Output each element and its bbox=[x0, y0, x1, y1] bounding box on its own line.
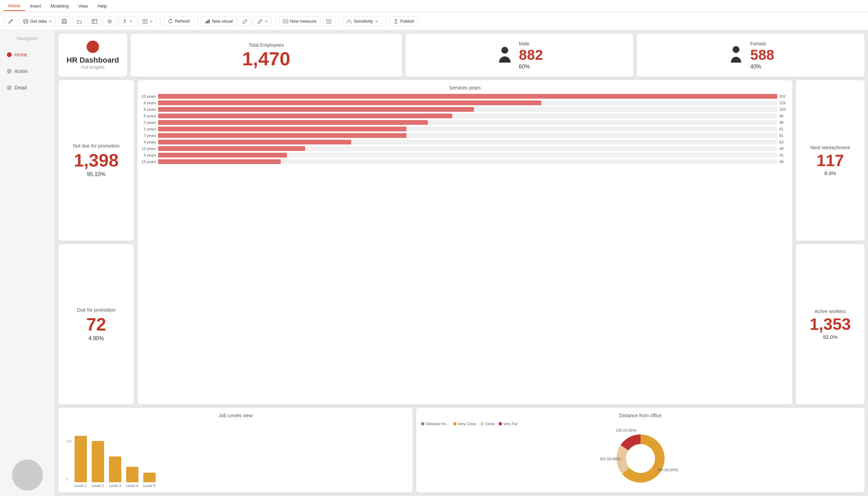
female-value: 588 bbox=[750, 48, 774, 62]
table-icon bbox=[92, 19, 97, 24]
bot-row: Job Levels view 0 500 Level 1 Level 2 Le… bbox=[58, 408, 865, 493]
female-label: Female bbox=[750, 41, 774, 46]
publish-button[interactable]: Publish bbox=[389, 17, 418, 26]
brand-dot bbox=[87, 41, 99, 53]
due-label: Due for promotion bbox=[77, 307, 115, 313]
donut-label: 301 (20.48%) bbox=[600, 457, 621, 461]
menu-help[interactable]: Help bbox=[93, 1, 112, 11]
main-layout: Navigation Home Action Detail HR Dashboa… bbox=[0, 30, 868, 496]
bar-fill bbox=[158, 127, 407, 131]
legend-dot bbox=[480, 422, 484, 425]
col-bar: Level 2 bbox=[92, 441, 104, 488]
sidebar-item-home[interactable]: Home bbox=[3, 49, 52, 60]
save-button[interactable] bbox=[58, 17, 71, 26]
menu-insert[interactable]: Insert bbox=[25, 1, 46, 11]
get-data-button[interactable]: Get data bbox=[19, 17, 56, 26]
open-button[interactable] bbox=[73, 17, 86, 26]
refresh-button[interactable]: Refresh bbox=[164, 17, 194, 26]
sensitivity-icon bbox=[346, 19, 352, 24]
total-employees-card: Total Employees 1,470 bbox=[131, 34, 402, 77]
bar-row: 12 years 48 bbox=[141, 146, 789, 151]
bar-row: 5 years 88 bbox=[141, 120, 789, 125]
menu-home[interactable]: Home bbox=[3, 1, 25, 11]
col-bar-label: Level 5 bbox=[143, 484, 155, 488]
col-bar-label: Level 4 bbox=[126, 484, 138, 488]
retreachment-label: Next retreachment bbox=[810, 145, 850, 150]
filter-button[interactable] bbox=[103, 17, 116, 26]
bar-row: 8 years 103 bbox=[141, 107, 789, 112]
toolbar: Get data bbox=[0, 12, 868, 30]
export-button[interactable] bbox=[118, 17, 136, 26]
chevron-down-icon5 bbox=[375, 20, 378, 23]
legend-dot bbox=[499, 422, 502, 425]
separator1 bbox=[160, 17, 160, 26]
bar-row: 7 years 81 bbox=[141, 133, 789, 138]
separator3 bbox=[275, 17, 276, 26]
new-measure-label: New measure bbox=[290, 19, 316, 24]
menu-view[interactable]: View bbox=[74, 1, 93, 11]
col-bar: Level 1 bbox=[75, 436, 87, 488]
bar-value: 42 bbox=[779, 153, 789, 157]
not-due-pct: 95.10% bbox=[87, 171, 105, 177]
edit-button[interactable] bbox=[238, 17, 252, 26]
bar-label: 6 years bbox=[141, 101, 156, 105]
legend-dot bbox=[453, 422, 457, 425]
not-due-label: Not due for promotion bbox=[73, 143, 119, 149]
sensitivity-button[interactable]: Sensitivity bbox=[343, 17, 382, 26]
nav-dot-detail bbox=[7, 85, 12, 90]
sidebar-title: Navigation bbox=[17, 36, 38, 41]
menu-bar: Home Insert Modeling View Help bbox=[0, 0, 868, 12]
bar-fill bbox=[158, 153, 287, 158]
svg-point-7 bbox=[108, 20, 111, 23]
table-button[interactable] bbox=[88, 17, 101, 26]
col-bar-fill bbox=[126, 467, 138, 482]
bar-value: 125 bbox=[779, 101, 789, 105]
services-bar-list: 10 years 202 6 years 125 8 years 103 9 y… bbox=[141, 94, 789, 164]
pencil-icon bbox=[257, 19, 263, 24]
database-icon bbox=[23, 19, 29, 24]
male-stats: Male 882 60% bbox=[519, 41, 543, 70]
distance-title: Distance from office bbox=[421, 413, 860, 418]
active-workers-card: Active workers 1,353 92.0% bbox=[796, 244, 865, 405]
total-employees-value: 1,470 bbox=[242, 49, 290, 68]
bar-track bbox=[158, 153, 777, 158]
bar-label: 7 years bbox=[141, 133, 156, 138]
male-value: 882 bbox=[519, 48, 543, 62]
bar-track bbox=[158, 114, 777, 118]
y-axis: 0 500 bbox=[66, 440, 72, 488]
col-bar-label: Level 1 bbox=[75, 484, 87, 488]
bar-track bbox=[158, 146, 777, 151]
paint-button[interactable] bbox=[4, 17, 17, 26]
bar-label: 3 years bbox=[141, 153, 156, 157]
refresh-label: Refresh bbox=[175, 19, 190, 24]
legend-item: Very Closs bbox=[453, 422, 476, 426]
bar-fill bbox=[158, 94, 777, 99]
nav-label-home: Home bbox=[14, 52, 27, 57]
sidebar-item-action[interactable]: Action bbox=[3, 66, 52, 77]
legend-label: Distance fro... bbox=[426, 422, 449, 426]
bar-label: 4 years bbox=[141, 140, 156, 144]
sidebar-item-detail[interactable]: Detail bbox=[3, 82, 52, 93]
male-pct: 60% bbox=[519, 64, 543, 70]
bar-label: 9 years bbox=[141, 114, 156, 118]
bar-label: 12 years bbox=[141, 147, 156, 151]
active-workers-value: 1,353 bbox=[810, 316, 851, 333]
svg-rect-15 bbox=[209, 19, 210, 23]
calc-icon bbox=[326, 19, 332, 24]
new-measure-button[interactable]: New measure bbox=[279, 17, 320, 26]
bar-fill bbox=[158, 140, 351, 144]
bar-track bbox=[158, 133, 777, 138]
pencil-button[interactable] bbox=[254, 17, 272, 26]
nav-dot-home bbox=[7, 52, 12, 57]
job-bars: Level 1 Level 2 Level 3 Level 4 Level 5 bbox=[75, 436, 405, 488]
y-label-0: 0 bbox=[66, 478, 72, 482]
get-data-label: Get data bbox=[30, 19, 47, 24]
separator5 bbox=[386, 17, 386, 26]
format-button[interactable] bbox=[138, 17, 157, 26]
new-visual-button[interactable]: New visual bbox=[201, 17, 236, 26]
bar-fill bbox=[158, 120, 428, 125]
active-workers-label: Active workers bbox=[814, 309, 846, 314]
menu-modeling[interactable]: Modeling bbox=[46, 1, 74, 11]
calc-button[interactable] bbox=[322, 17, 335, 26]
chevron-down-icon4 bbox=[265, 20, 268, 23]
